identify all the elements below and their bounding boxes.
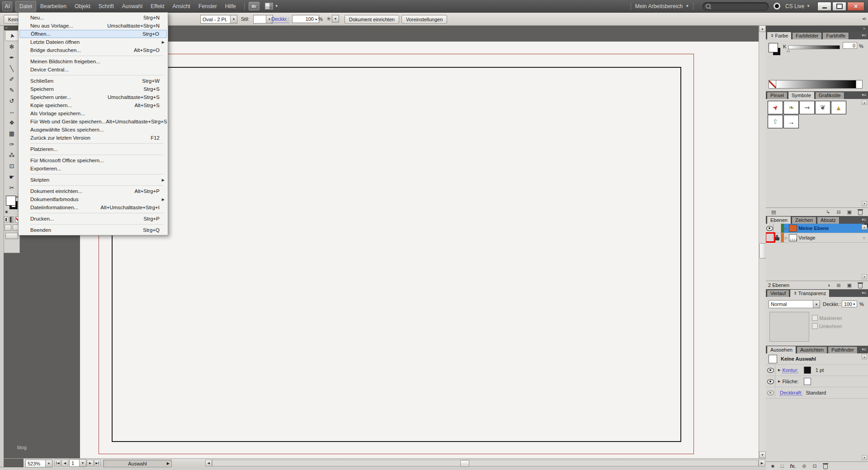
opacity-mask-thumbnail[interactable] bbox=[769, 312, 809, 342]
first-artboard-button[interactable]: ◀ bbox=[54, 460, 61, 466]
stroke-link[interactable]: Kontur: bbox=[782, 367, 798, 373]
vertical-scrollbar[interactable]: ▲ ▼ bbox=[759, 25, 766, 458]
menu-item-kopie-speichern[interactable]: Kopie speichern...Alt+Strg+S bbox=[19, 101, 168, 109]
scroll-down-button[interactable]: ▼ bbox=[862, 201, 867, 206]
magic-wand-tool[interactable]: ✻ bbox=[4, 41, 19, 52]
menu-item-neu-aus-vorlage[interactable]: Neu aus Vorlage...Umschalttaste+Strg+N bbox=[19, 22, 168, 30]
menu-item-zurueck-version[interactable]: Zurück zur letzten VersionF12 bbox=[19, 134, 168, 142]
delete-item-icon[interactable] bbox=[823, 463, 828, 469]
ornament-symbol[interactable]: ❦ bbox=[815, 101, 830, 114]
delete-symbol-icon[interactable] bbox=[858, 209, 863, 215]
restore-button[interactable] bbox=[832, 2, 846, 11]
new-symbol-icon[interactable]: ▣ bbox=[847, 209, 852, 215]
preferences-button[interactable]: Voreinstellungen bbox=[401, 15, 447, 24]
black-arrow-symbol[interactable]: → bbox=[783, 115, 799, 128]
menu-item-oeffnen[interactable]: Öffnen...Strg+O bbox=[19, 30, 167, 38]
new-art-basic-appearance-icon[interactable]: ■ bbox=[771, 463, 774, 469]
opacity-attribute-row[interactable]: Deckkraft: Standard bbox=[766, 387, 868, 399]
hand-tool[interactable]: ☛ bbox=[4, 171, 19, 182]
menu-item-beenden[interactable]: BeendenStrg+Q bbox=[19, 226, 168, 234]
fill-attribute-row[interactable]: ▶ Fläche: bbox=[766, 376, 868, 387]
slider-marker-icon[interactable]: △ bbox=[787, 48, 790, 52]
menu-item-drucken[interactable]: Drucken...Strg+P bbox=[19, 215, 168, 223]
layer-visibility-toggle[interactable] bbox=[766, 224, 774, 233]
scroll-down-button[interactable]: ▼ bbox=[862, 455, 867, 460]
tab-transparenz[interactable]: ⇕Transparenz bbox=[790, 289, 830, 297]
menubar-item-objekt[interactable]: Objekt bbox=[71, 1, 94, 12]
color-spectrum-ramp[interactable] bbox=[769, 80, 863, 89]
menubar-item-schrift[interactable]: Schrift bbox=[94, 1, 118, 12]
next-artboard-button[interactable]: ▶ bbox=[87, 460, 94, 466]
collapse-dock-strip[interactable]: » bbox=[766, 25, 868, 32]
mesh-tool[interactable]: ▦ bbox=[4, 128, 19, 139]
tab-verlauf[interactable]: Verlauf bbox=[767, 290, 789, 297]
umkehren-checkbox[interactable] bbox=[812, 323, 818, 329]
search-input[interactable] bbox=[703, 2, 769, 10]
visibility-toggle[interactable] bbox=[766, 387, 775, 398]
draw-normal-button[interactable] bbox=[5, 225, 11, 231]
menu-item-slices-speichern[interactable]: Ausgewählte Slices speichern... bbox=[19, 126, 168, 134]
scroll-up-button[interactable]: ▲ bbox=[862, 100, 867, 105]
scroll-down-button[interactable]: ▼ bbox=[862, 274, 867, 279]
menubar-item-effekt[interactable]: Effekt bbox=[146, 1, 168, 12]
menu-item-office-speichern[interactable]: Für Microsoft Office speichern... bbox=[19, 156, 168, 164]
tab-absatz[interactable]: Absatz bbox=[817, 216, 840, 224]
break-symbol-link-icon[interactable]: ⊟ bbox=[836, 209, 840, 215]
menubar-item-datei[interactable]: Datei bbox=[15, 1, 36, 12]
eyedropper-tool[interactable]: ✑ bbox=[4, 139, 19, 150]
scroll-up-button[interactable]: ▲ bbox=[862, 225, 867, 230]
tab-farbfelder[interactable]: Farbfelder bbox=[792, 32, 822, 39]
symbol-sprayer-tool[interactable]: ⁂ bbox=[4, 150, 19, 160]
visibility-toggle[interactable] bbox=[766, 365, 775, 376]
layer-row-1[interactable]: ▷Vorlage○ bbox=[766, 233, 868, 243]
scroll-up-button[interactable]: ▲ bbox=[759, 25, 766, 32]
scroll-down-button[interactable]: ▼ bbox=[759, 451, 766, 458]
none-swatch[interactable] bbox=[769, 80, 776, 88]
menubar-item-hilfe[interactable]: Hilfe bbox=[221, 1, 240, 12]
screen-mode-button[interactable] bbox=[5, 233, 18, 239]
horizontal-scrollbar-thumb[interactable] bbox=[460, 460, 469, 467]
style-select[interactable]: ▼ bbox=[253, 15, 273, 24]
feather-symbol[interactable]: ❧ bbox=[783, 101, 799, 114]
select-similar-button[interactable]: ✳ ▼ bbox=[326, 15, 339, 23]
menu-item-speichern[interactable]: SpeichernStrg+S bbox=[19, 85, 168, 93]
previous-artboard-button[interactable]: ◀ bbox=[61, 460, 68, 466]
default-fill-stroke-icon[interactable]: ▣ bbox=[5, 210, 8, 214]
cs-live-button[interactable]: CS Live ▼ bbox=[774, 3, 810, 9]
launch-bridge-button[interactable]: Br bbox=[249, 2, 259, 10]
menu-item-platzieren[interactable]: Platzieren... bbox=[19, 145, 168, 153]
menu-item-bridge-durchsuchen[interactable]: Bridge durchsuchen...Alt+Strg+O bbox=[19, 46, 168, 54]
arrange-documents-button[interactable]: ▼ bbox=[265, 3, 278, 9]
tab-farbhilfe[interactable]: Farbhilfe bbox=[822, 32, 849, 39]
tab-aussehen[interactable]: Aussehen bbox=[767, 346, 796, 353]
panel-menu-icon[interactable]: ▪≡ bbox=[863, 15, 866, 23]
symbol-libraries-menu-icon[interactable]: ▤ bbox=[771, 209, 776, 215]
visibility-toggle[interactable] bbox=[766, 376, 775, 387]
grayscale-ramp[interactable] bbox=[776, 80, 856, 88]
layer-row-0[interactable]: ▷Meine Ebene○ bbox=[766, 224, 868, 233]
dart-symbol[interactable]: ➤ bbox=[768, 101, 783, 114]
place-symbol-instance-icon[interactable]: ↳ bbox=[826, 209, 830, 215]
panel-menu-icon[interactable]: ▾≡ bbox=[862, 33, 866, 38]
clear-appearance-icon[interactable]: ⊘ bbox=[802, 463, 806, 469]
disclosure-triangle-icon[interactable]: ▶ bbox=[778, 380, 780, 383]
new-layer-icon[interactable]: ▣ bbox=[847, 282, 852, 288]
brush-definition-select[interactable]: Oval - 2 Pt. ▼ bbox=[200, 15, 237, 24]
workspace-switcher[interactable]: Mein Arbeitsbereich ▼ bbox=[635, 3, 689, 9]
fill-color-well[interactable] bbox=[769, 43, 778, 52]
opacity-input[interactable]: 100 ▸ bbox=[842, 301, 857, 307]
k-channel-slider[interactable] bbox=[788, 45, 840, 49]
fill-color-swatch[interactable] bbox=[804, 378, 811, 385]
white-swatch[interactable] bbox=[856, 80, 862, 88]
hscroll-right-button[interactable]: ▶ bbox=[759, 460, 765, 466]
up-arrow-symbol[interactable]: ⇧ bbox=[768, 115, 783, 128]
k-value-input[interactable]: 0 bbox=[843, 42, 857, 49]
opacity-input[interactable]: 100 ▸ bbox=[292, 15, 319, 23]
tab-ebenen[interactable]: Ebenen bbox=[767, 216, 791, 224]
menubar-item-bearbeiten[interactable]: Bearbeiten bbox=[36, 1, 71, 12]
selection-tool[interactable]: ➤ bbox=[5, 30, 19, 41]
shape-builder-tool[interactable]: ❖ bbox=[4, 117, 19, 128]
blade-tool[interactable]: ✂ bbox=[4, 182, 19, 193]
close-button[interactable]: × bbox=[847, 2, 864, 11]
layer-lock-toggle[interactable] bbox=[774, 224, 781, 233]
